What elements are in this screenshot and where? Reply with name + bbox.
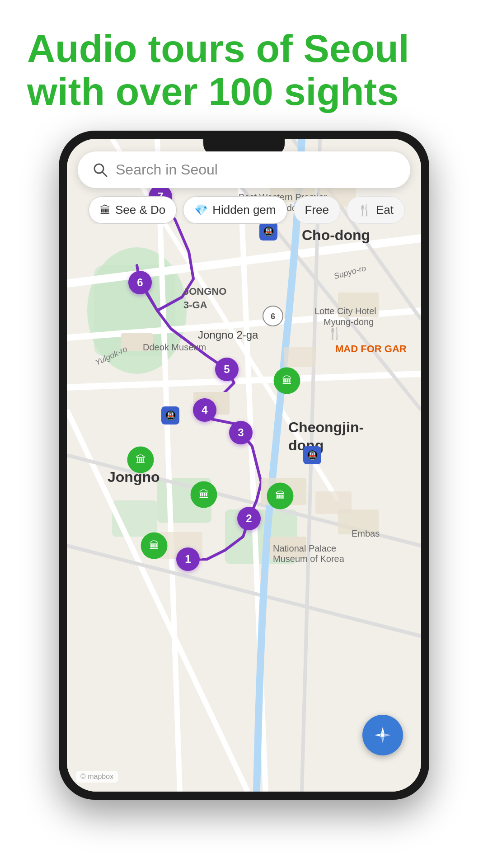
filter-chip-hidden-gem-label: Hidden gem [212, 203, 276, 217]
poi-marker-1[interactable]: 🏛 [272, 366, 302, 404]
header-section: Audio tours of Seoul with over 100 sight… [0, 0, 488, 131]
header-title: Audio tours of Seoul with over 100 sight… [27, 27, 461, 113]
restaurant-icon: 🍴 [328, 326, 342, 340]
waypoint-4[interactable]: 4 [193, 398, 216, 422]
compass-button[interactable] [362, 715, 403, 755]
poi-marker-4[interactable]: 🏛 [265, 481, 296, 519]
filter-chips: 🏛 See & Do 💎 Hidden gem Free 🍴 Eat [78, 188, 410, 224]
svg-rect-27 [270, 537, 306, 559]
svg-rect-21 [284, 347, 315, 367]
search-area: Search in Seoul 🏛 See & Do 💎 Hidden gem … [67, 139, 421, 224]
compass-icon [371, 723, 394, 747]
search-placeholder: Search in Seoul [116, 161, 218, 178]
map-label-madforgarden: MAD FOR GAR [335, 343, 407, 355]
svg-rect-28 [338, 509, 379, 534]
svg-text:🏛: 🏛 [282, 374, 292, 386]
map-background: 6 [67, 139, 421, 792]
eat-icon: 🍴 [358, 204, 371, 217]
phone-container: 6 Cho-dong JONGNO 3-GA Jongno 2-ga Cheon… [0, 131, 488, 800]
svg-line-48 [102, 172, 107, 176]
transport-marker-2: 🚇 [161, 406, 179, 425]
waypoint-2[interactable]: 2 [237, 507, 261, 530]
map-attribution: © mapbox [76, 771, 118, 783]
poi-marker-2[interactable]: 🏛 [125, 445, 156, 483]
waypoint-1[interactable]: 1 [176, 547, 200, 571]
waypoint-3[interactable]: 3 [229, 421, 253, 444]
filter-chip-free[interactable]: Free [294, 196, 340, 224]
filter-chip-eat[interactable]: 🍴 Eat [347, 196, 405, 224]
svg-rect-20 [338, 292, 379, 317]
header-title-line1: Audio tours of Seoul [27, 27, 409, 70]
filter-chip-eat-label: Eat [376, 203, 394, 217]
map-area: 6 Cho-dong JONGNO 3-GA Jongno 2-ga Cheon… [67, 139, 421, 792]
transport-marker-3: 🚇 [303, 446, 321, 464]
filter-chip-see-do[interactable]: 🏛 See & Do [89, 196, 177, 224]
waypoint-5[interactable]: 5 [215, 358, 239, 381]
svg-text:🏛: 🏛 [199, 488, 209, 500]
svg-text:🏛: 🏛 [136, 453, 146, 465]
see-do-icon: 🏛 [100, 204, 111, 217]
hidden-gem-icon: 💎 [194, 204, 208, 217]
header-title-line2: with over 100 sights [27, 70, 399, 113]
filter-chip-see-do-label: See & Do [115, 203, 165, 217]
filter-chip-hidden-gem[interactable]: 💎 Hidden gem [183, 196, 287, 224]
phone-frame: 6 Cho-dong JONGNO 3-GA Jongno 2-ga Cheon… [59, 131, 429, 800]
poi-marker-5[interactable]: 🏛 [139, 531, 169, 569]
search-icon [92, 162, 108, 178]
svg-text:6: 6 [271, 312, 275, 321]
poi-marker-3[interactable]: 🏛 [188, 480, 219, 518]
waypoint-6[interactable]: 6 [128, 271, 152, 294]
search-bar[interactable]: Search in Seoul [78, 151, 410, 188]
svg-text:🏛: 🏛 [275, 490, 286, 501]
svg-point-46 [381, 733, 385, 737]
filter-chip-free-label: Free [305, 203, 329, 217]
svg-rect-23 [121, 333, 153, 351]
phone-screen: 6 Cho-dong JONGNO 3-GA Jongno 2-ga Cheon… [67, 139, 421, 792]
svg-text:🏛: 🏛 [149, 539, 160, 551]
transport-marker-1: 🚇 [259, 222, 277, 241]
